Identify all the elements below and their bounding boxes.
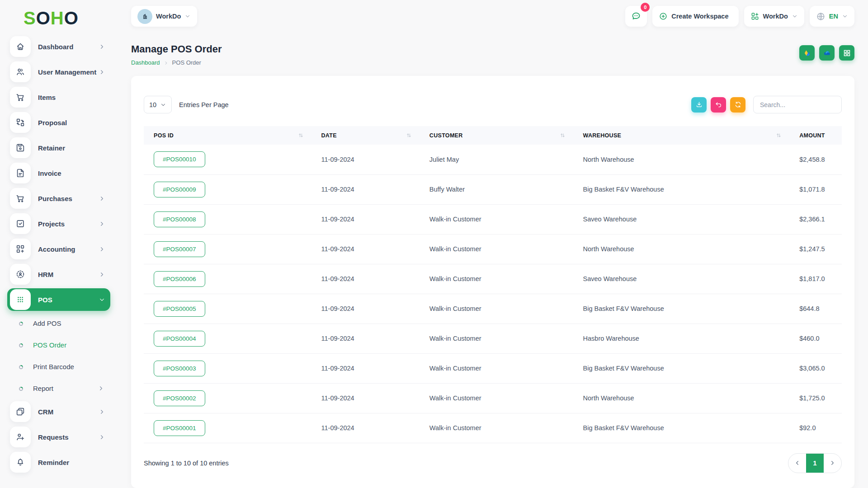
pos-id-link[interactable]: #POS00003 [154,361,205,376]
chevron-right-icon [164,60,169,65]
sidebar-item-pos[interactable]: POS [7,288,110,311]
sidebar-item-user-management[interactable]: User Management [7,61,110,83]
date-cell: 11-09-2024 [311,145,420,174]
search-input[interactable] [753,96,842,113]
create-workspace-button[interactable]: Create Workspace [652,6,738,27]
sidebar-item-crm[interactable]: CRM [7,400,110,423]
column-header-pos-id[interactable]: POS ID [144,126,311,145]
sidebar-item-label: Accounting [38,245,99,253]
breadcrumb: Dashboard POS Order [131,59,222,66]
column-header-label: AMOUNT [799,132,825,139]
sidebar-item-label: Projects [38,220,99,228]
customer-cell: Walk-in Customer [420,413,573,443]
sidebar-item-retainer[interactable]: Retainer [7,136,110,159]
table-row: #POS00007 11-09-2024 Walk-in Customer No… [144,234,842,264]
sidebar-item-invoice[interactable]: Invoice [7,162,110,184]
sidebar-item-proposal[interactable]: Proposal [7,111,110,134]
apps-grid-white-icon [843,49,851,57]
pos-id-link[interactable]: #POS00008 [154,211,205,227]
sort-icon[interactable] [775,132,782,139]
topbar-right: 0 Create Workspace WorkDo EN [625,6,854,27]
chevron-down-icon [160,102,166,108]
warehouse-cell: North Warehouse [573,145,790,174]
warehouse-cell: Big Basket F&V Warehouse [573,174,790,204]
sidebar-item-items[interactable]: Items [7,86,110,108]
sort-icon[interactable] [406,132,412,139]
pos-id-link[interactable]: #POS00007 [154,241,205,257]
download-button[interactable] [691,97,707,113]
amount-cell: $1,247.5 [789,234,842,264]
date-cell: 11-09-2024 [311,264,420,294]
sidebar-item-print-barcode[interactable]: Print Barcode [7,357,110,376]
page-1-button[interactable]: 1 [806,454,824,473]
messages-button[interactable]: 0 [625,6,647,27]
pos-id-link[interactable]: #POS00010 [154,151,205,167]
sidebar-item-hrm[interactable]: HRM [7,263,110,286]
sidebar-item-accounting[interactable]: Accounting [7,238,110,260]
refresh-button[interactable] [730,97,745,113]
table-row: #POS00005 11-09-2024 Walk-in Customer Bi… [144,294,842,324]
pos-id-link[interactable]: #POS00001 [154,420,205,436]
apps-grid-white-button[interactable] [839,45,854,61]
bullet-icon [18,385,24,391]
onedrive-button[interactable] [819,45,835,61]
pos-id-link[interactable]: #POS00002 [154,390,205,406]
apps-menu-button[interactable]: WorkDo [744,6,804,27]
pos-id-cell: #POS00007 [144,234,311,264]
sidebar-item-projects[interactable]: Projects [7,212,110,235]
google-drive-button[interactable] [799,45,815,61]
sort-icon[interactable] [559,132,566,139]
pos-id-cell: #POS00005 [144,294,311,324]
bullet-icon [18,342,24,348]
column-header-customer[interactable]: CUSTOMER [420,126,573,145]
chevron-right-icon [99,408,106,415]
logo-letter: O [64,9,79,27]
sidebar-item-report[interactable]: Report [7,379,110,398]
soho-logo[interactable]: SOHO [7,6,110,35]
breadcrumb-dashboard-link[interactable]: Dashboard [131,59,160,66]
pos-id-link[interactable]: #POS00004 [154,331,205,347]
workspace-selector[interactable]: WorkDo [131,6,197,27]
customer-cell: Walk-in Customer [420,383,573,413]
column-header-amount[interactable]: AMOUNT [789,126,842,145]
sidebar-item-label: Proposal [38,119,99,127]
chevron-right-icon [99,271,106,278]
amount-cell: $2,366.1 [789,204,842,234]
amount-cell: $460.0 [789,324,842,353]
entries-per-page-select[interactable]: 10 [144,96,172,113]
sidebar-item-dashboard[interactable]: Dashboard [7,35,110,58]
pos-id-link[interactable]: #POS00009 [154,182,205,197]
sidebar-item-add-pos[interactable]: Add POS [7,314,110,333]
pos-id-cell: #POS00010 [144,145,311,174]
chevron-right-icon [99,433,106,441]
table-row: #POS00002 11-09-2024 Walk-in Customer No… [144,383,842,413]
table-row: #POS00001 11-09-2024 Walk-in Customer Bi… [144,413,842,443]
previous-page-button[interactable] [788,454,806,473]
warehouse-cell: Big Basket F&V Warehouse [573,294,790,324]
sidebar-item-purchases[interactable]: Purchases [7,187,110,210]
column-header-date[interactable]: DATE [311,126,420,145]
language-label: EN [829,13,838,20]
undo-icon [715,101,722,108]
undo-button[interactable] [711,97,726,113]
pos-id-cell: #POS00002 [144,383,311,413]
column-header-warehouse[interactable]: WAREHOUSE [573,126,790,145]
language-selector[interactable]: EN [810,6,854,27]
sort-icon[interactable] [297,132,304,139]
pos-id-link[interactable]: #POS00005 [154,301,205,317]
showing-entries-text: Showing 1 to 10 of 10 entries [144,460,229,467]
pos-id-link[interactable]: #POS00006 [154,271,205,287]
sidebar-item-label: Items [38,94,99,101]
sidebar-item-label: HRM [38,271,99,278]
next-page-button[interactable] [824,454,841,473]
date-cell: 11-09-2024 [311,204,420,234]
amount-cell: $1,817.0 [789,264,842,294]
sidebar-item-requests[interactable]: Requests [7,426,110,448]
chat-icon [631,11,642,22]
sidebar-item-label: POS Order [33,341,98,349]
pagination: 1 [788,453,842,473]
proposal-icon [10,112,31,133]
sidebar-item-pos-order[interactable]: POS Order [7,335,110,354]
amount-cell: $92.0 [789,413,842,443]
sidebar-item-reminder[interactable]: Reminder [7,451,110,474]
